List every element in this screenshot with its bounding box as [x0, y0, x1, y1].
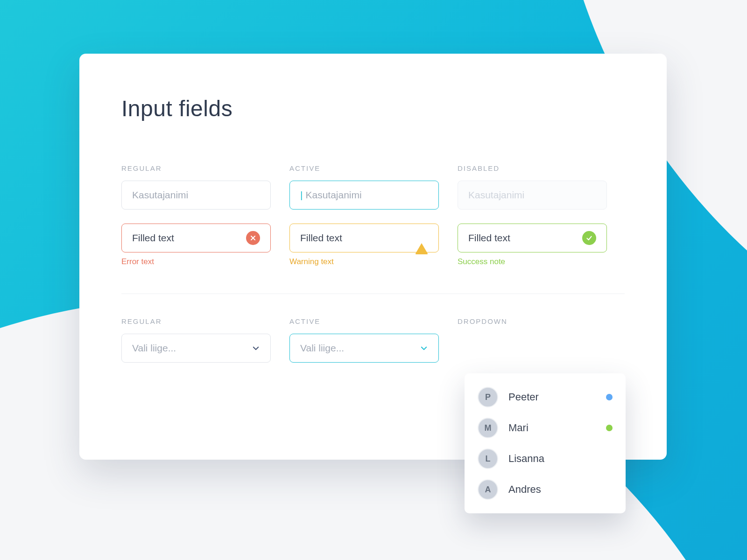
error-icon [246, 231, 260, 245]
avatar: M [478, 418, 498, 438]
dropdown-item-name: Peeter [508, 391, 606, 403]
chevron-down-icon [252, 344, 260, 352]
label-select-regular: REGULAR [121, 317, 271, 325]
dropdown-item[interactable]: P Peeter [471, 382, 619, 413]
input-error-helper: Error text [121, 257, 271, 266]
input-warning[interactable]: Filled text [289, 224, 439, 252]
dropdown-item-name: Mari [508, 422, 606, 434]
label-regular: REGULAR [121, 164, 271, 172]
input-disabled: Kasutajanimi [458, 181, 607, 210]
dropdown-item-name: Andres [508, 483, 613, 496]
page-title: Input fields [121, 96, 625, 121]
select-active[interactable]: Vali liige... [289, 334, 439, 363]
dropdown-panel: P Peeter M Mari L Lisanna A Andres [465, 373, 626, 513]
warning-icon [415, 232, 428, 244]
input-regular[interactable]: Kasutajanimi [121, 181, 271, 210]
label-dropdown: DROPDOWN [458, 317, 607, 325]
select-regular[interactable]: Vali liige... [121, 334, 271, 363]
input-warning-helper: Warning text [289, 257, 439, 266]
label-select-active: ACTIVE [289, 317, 439, 325]
avatar: P [478, 387, 498, 407]
input-error[interactable]: Filled text [121, 224, 271, 252]
select-active-placeholder: Vali liige... [300, 343, 344, 354]
status-dot [606, 425, 613, 431]
avatar: L [478, 448, 498, 469]
label-active: ACTIVE [289, 164, 439, 172]
input-success-helper: Success note [458, 257, 607, 266]
section-divider [121, 294, 625, 294]
dropdown-item[interactable]: L Lisanna [471, 443, 619, 474]
input-cursor-icon: | [300, 189, 303, 201]
input-disabled-placeholder: Kasutajanimi [468, 189, 524, 201]
input-active-placeholder: Kasutajanimi [305, 189, 361, 201]
input-regular-placeholder: Kasutajanimi [132, 189, 188, 201]
status-dot [606, 394, 613, 400]
input-warning-value: Filled text [300, 232, 342, 244]
success-icon [582, 231, 596, 245]
dropdown-item[interactable]: A Andres [471, 474, 619, 505]
input-success-value: Filled text [468, 232, 510, 244]
input-active[interactable]: | Kasutajanimi [289, 181, 439, 210]
avatar: A [478, 479, 498, 500]
input-error-value: Filled text [132, 232, 174, 244]
label-disabled: DISABLED [458, 164, 607, 172]
select-regular-placeholder: Vali liige... [132, 343, 176, 354]
dropdown-item-name: Lisanna [508, 453, 613, 465]
input-success[interactable]: Filled text [458, 224, 607, 252]
chevron-down-icon [420, 344, 428, 352]
dropdown-item[interactable]: M Mari [471, 413, 619, 443]
